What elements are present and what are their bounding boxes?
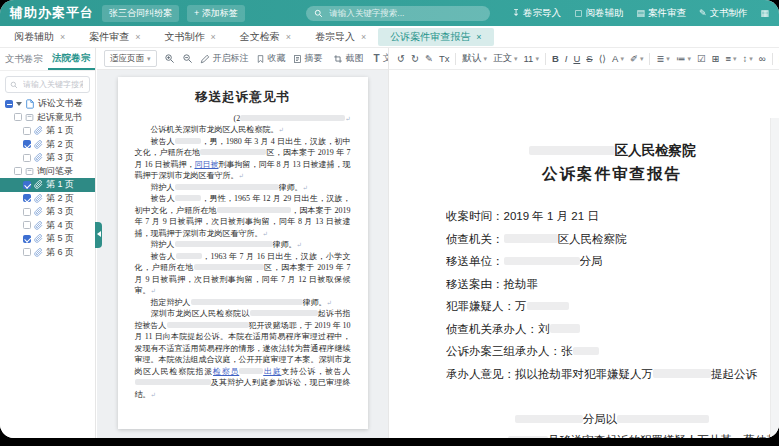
case-tag-button[interactable]: 张三合同纠纷案 [102,5,179,22]
fit-page-select[interactable]: 适应页面 ▾ [104,50,157,67]
close-icon[interactable]: × [476,32,481,42]
checkbox[interactable] [23,248,31,256]
tree-page-item[interactable]: 第 3 页 [0,205,95,219]
redacted-text [504,234,558,242]
link-button[interactable]: ∞ [759,53,766,64]
global-search-input[interactable] [327,7,482,19]
tree-page-item[interactable]: 第 1 页 [0,178,95,192]
tree-page-item[interactable]: 第 1 页 [0,124,95,138]
document-body: (2↵公诉机关深圳市龙岗区人民检察院。↵被告人，男，1980 年 3 月 4 日… [135,113,351,401]
close-icon[interactable]: × [286,32,291,42]
tree-page-item[interactable]: 第 2 页 [0,192,95,206]
paragraph: 被告人，男，1980 年 3 月 4 日出生，汉族，初中文化，户籍所在地区，因本… [135,136,351,182]
checkbox[interactable] [5,100,13,108]
summary-button[interactable]: 摘要 [293,52,323,65]
checkbox[interactable] [23,194,31,202]
inline-code-button[interactable]: ⟨⟩ [599,53,606,64]
toolbar-divider [649,53,650,65]
entity-link[interactable]: 检察员 [213,367,239,376]
sidebar-collapse-handle[interactable] [95,222,102,248]
chevron-down-icon: ▾ [733,55,737,63]
global-search[interactable] [306,6,490,21]
font-color-button[interactable]: A▾ [612,53,624,64]
checkbox[interactable] [23,127,31,135]
checkbox[interactable] [23,154,31,162]
paragraph: 被告人，男性，1965 年 12 月 29 日出生，汉族，初中文化，户籍所在地，… [135,193,351,239]
volume-import-menu-item[interactable]: ↧卷宗导入 [512,7,561,20]
checkbox[interactable] [23,235,31,243]
caret-down-icon[interactable] [16,102,22,106]
paperclip-icon [34,180,43,189]
entity-link[interactable]: 同日被 [195,160,219,169]
highlight-color-button[interactable]: ✐▾ [630,53,643,64]
tab-文书制作[interactable]: 文书制作× [153,28,228,46]
font-size-select-button[interactable]: 11▾ [524,53,539,64]
reading-assist-menu-item[interactable]: ▢阅卷辅助 [574,7,624,20]
entity-link[interactable]: 出庭 [263,367,281,376]
bold-button[interactable]: B [552,53,559,64]
checkbox[interactable] [14,167,22,175]
close-icon[interactable]: × [135,32,140,42]
tree-root-item[interactable]: 诉讼文书卷 [0,97,95,111]
checkbox[interactable] [14,113,22,121]
zoom-out-button[interactable] [182,53,193,64]
tab-案件审查[interactable]: 案件审查× [77,28,152,46]
checkbox[interactable] [23,208,31,216]
format-painter-button[interactable]: ✎ [425,53,433,64]
tree-doc-item[interactable]: 起诉意见书 [0,111,95,125]
bullet-list-button[interactable]: ≣▾ [656,53,669,64]
checkbox[interactable] [23,221,31,229]
close-icon[interactable]: × [361,32,366,42]
close-icon[interactable]: × [60,32,65,42]
sidebar-search[interactable] [5,76,90,93]
clipped-menu-menu-item[interactable]: ▦ [760,8,769,18]
screenshot-button[interactable]: 截图 [333,52,364,65]
checkbox[interactable] [23,140,31,148]
ordered-list-button[interactable]: ≔▾ [676,53,691,64]
case-review-menu-item[interactable]: ▤案件审查 [636,7,686,20]
sidebar-tab-文书卷宗[interactable]: 文书卷宗 [0,48,48,70]
annotate-toggle-button[interactable]: 开启标注 [200,52,249,65]
sidebar-tab-法院卷宗[interactable]: 法院卷宗 [48,48,96,70]
table-button[interactable]: ⊞ [711,53,719,64]
viewer-scroll-area[interactable]: 移送起诉意见书 (2↵公诉机关深圳市龙岗区人民检察院。↵被告人，男，1980 年… [97,70,388,438]
chevron-down-icon: ▾ [514,55,518,63]
tab-公诉案件审查报告[interactable]: 公诉案件审查报告× [378,28,493,46]
text-segment: 分局以 [583,413,618,425]
tab-卷宗导入[interactable]: 卷宗导入× [303,28,378,46]
strikethrough-button[interactable]: S [586,53,592,64]
redo-button[interactable]: ↻ [411,53,419,64]
favorite-button[interactable]: 收藏 [256,52,286,65]
clear-format-button[interactable]: Tx [439,53,450,64]
task-list-button[interactable]: ☑ [697,53,706,64]
report-document[interactable]: 区人民检察院 公诉案件审查报告 收案时间：2019 年 1 月 21 日侦查机关… [446,70,778,438]
checkbox[interactable] [23,181,31,189]
close-icon[interactable]: × [211,32,216,42]
tree-page-item[interactable]: 第 3 页 [0,151,95,165]
tree-page-item[interactable]: 第 2 页 [0,138,95,152]
doc-create-icon: ✎ [699,8,707,18]
align-button[interactable]: ≡▾ [725,53,736,64]
text-segment: 分局 [580,255,603,267]
font-family-select-button[interactable]: 默认▾ [462,52,487,65]
tree-page-item[interactable]: 第 5 页 [0,232,95,246]
sidebar-search-input[interactable] [21,79,85,90]
line-height-button[interactable]: ↕▾ [742,53,752,64]
tab-阅卷辅助[interactable]: 阅卷辅助× [2,28,77,46]
editor-scrollbar[interactable] [770,118,779,438]
redacted-text [617,415,709,423]
search-icon [314,9,323,18]
zoom-in-button[interactable] [164,53,175,64]
tree-doc-item[interactable]: 询问笔录 [0,165,95,179]
tree-page-item[interactable]: 第 6 页 [0,246,95,260]
paragraph-select-button[interactable]: 正文▾ [493,52,518,65]
tree-item-label: 第 3 页 [46,205,74,218]
underline-button[interactable]: U [573,53,580,64]
tab-label: 全文检索 [240,30,280,44]
tree-page-item[interactable]: 第 4 页 [0,219,95,233]
tab-全文检索[interactable]: 全文检索× [228,28,303,46]
italic-button[interactable]: I [565,53,568,64]
undo-button[interactable]: ↺ [397,53,405,64]
doc-create-menu-item[interactable]: ✎文书制作 [699,7,748,20]
add-tag-button[interactable]: + 添加标签 [187,5,245,22]
